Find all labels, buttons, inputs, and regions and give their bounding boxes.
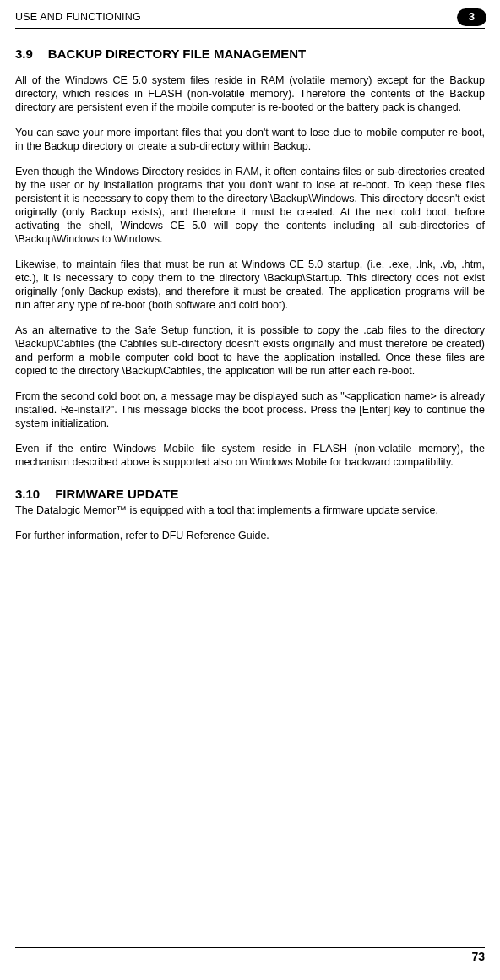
paragraph: The Datalogic Memor™ is equipped with a … xyxy=(15,504,485,517)
section-title: FIRMWARE UPDATE xyxy=(55,487,178,501)
paragraph: You can save your more important files t… xyxy=(15,126,485,153)
section-title: BACKUP DIRECTORY FILE MANAGEMENT xyxy=(48,46,306,61)
paragraph: From the second cold boot on, a message … xyxy=(15,389,485,430)
section-number: 3.9 xyxy=(15,46,33,62)
paragraph: As an alternative to the Safe Setup func… xyxy=(15,324,485,378)
page-number: 73 xyxy=(471,950,485,963)
header-title: USE AND FUNCTIONING xyxy=(15,10,141,24)
paragraph: Even though the Windows Directory reside… xyxy=(15,165,485,246)
page-header: USE AND FUNCTIONING 3 xyxy=(15,8,485,29)
paragraph: All of the Windows CE 5.0 system files r… xyxy=(15,74,485,114)
section-3-10-heading: 3.10FIRMWARE UPDATE xyxy=(15,486,485,502)
section-number: 3.10 xyxy=(15,486,40,502)
paragraph: For further information, refer to DFU Re… xyxy=(15,529,485,542)
page-footer: 73 xyxy=(15,947,485,965)
chapter-badge: 3 xyxy=(457,8,486,26)
paragraph: Likewise, to maintain files that must be… xyxy=(15,258,485,312)
section-3-9-heading: 3.9BACKUP DIRECTORY FILE MANAGEMENT xyxy=(15,46,485,62)
paragraph: Even if the entire Windows Mobile file s… xyxy=(15,442,485,469)
